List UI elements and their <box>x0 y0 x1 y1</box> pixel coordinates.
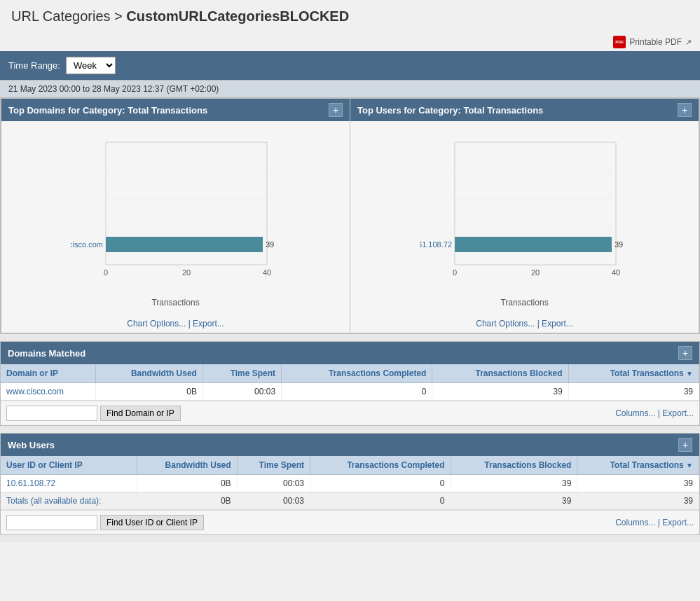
domain-link[interactable]: www.cisco.com <box>6 387 64 396</box>
web-users-row-user: 10.61.108.72 <box>1 475 137 492</box>
external-link-icon: ↗ <box>685 38 692 47</box>
web-users-col-tx-completed-link[interactable]: Transactions Completed <box>347 460 444 470</box>
domains-col-tx-total-link[interactable]: Total Transactions ▼ <box>610 368 693 378</box>
time-range-label: Time Range: <box>8 60 60 71</box>
date-range-text: 21 May 2023 00:00 to 28 May 2023 12:37 (… <box>8 84 219 94</box>
top-domains-add-button[interactable]: + <box>329 103 343 117</box>
domains-row-tx-blocked: 39 <box>432 383 568 401</box>
printable-pdf-link[interactable]: Printable PDF ↗ <box>613 36 692 48</box>
domains-columns-link[interactable]: Columns... <box>615 408 655 418</box>
web-users-row-tx-blocked: 39 <box>451 475 577 492</box>
top-domains-svg: www.cisco.com 39 0 20 40 <box>71 128 281 296</box>
top-users-export-link[interactable]: Export... <box>542 319 573 329</box>
charts-container: Top Domains for Category: Total Transact… <box>0 97 700 334</box>
web-users-table-actions: Columns... | Export... <box>615 518 694 527</box>
top-domains-svg-container: www.cisco.com 39 0 20 40 <box>8 128 343 296</box>
title-prefix: URL Categories > <box>11 8 126 24</box>
top-domains-chart-options-link[interactable]: Chart Options... <box>127 319 186 329</box>
top-domains-bar-value: 39 <box>266 240 274 249</box>
top-domains-bar <box>106 237 263 252</box>
web-users-col-bandwidth[interactable]: Bandwidth Used <box>137 456 237 475</box>
top-users-chart-panel: Top Users for Category: Total Transactio… <box>350 98 699 333</box>
web-users-col-user[interactable]: User ID or Client IP <box>1 456 137 475</box>
domains-col-tx-blocked[interactable]: Transactions Blocked <box>432 364 568 383</box>
domains-matched-add-button[interactable]: + <box>678 346 692 360</box>
domains-matched-section: Domains Matched + Domain or IP Bandwidth… <box>0 341 700 426</box>
web-users-col-time[interactable]: Time Spent <box>237 456 310 475</box>
date-range-bar: 21 May 2023 00:00 to 28 May 2023 12:37 (… <box>0 80 700 97</box>
top-domains-x-40: 40 <box>262 268 270 277</box>
domains-matched-table: Domain or IP Bandwidth Used Time Spent T… <box>1 364 699 401</box>
top-users-chart-options-link[interactable]: Chart Options... <box>476 319 535 329</box>
domains-col-domain[interactable]: Domain or IP <box>1 364 96 383</box>
web-users-col-time-link[interactable]: Time Spent <box>259 460 304 470</box>
domains-row-tx-completed: 0 <box>282 383 432 401</box>
domains-col-tx-completed-link[interactable]: Transactions Completed <box>329 368 426 378</box>
time-range-select[interactable]: Week Hour Day Month Year <box>66 57 116 74</box>
web-users-export-link[interactable]: Export... <box>662 518 694 527</box>
domains-table-actions: Columns... | Export... <box>615 408 694 418</box>
page-title: URL Categories > CustomURLCategoriesBLOC… <box>0 0 700 33</box>
domains-find-button[interactable]: Find Domain or IP <box>100 406 181 421</box>
web-users-header-row: User ID or Client IP Bandwidth Used Time… <box>1 456 699 475</box>
domains-row-bandwidth: 0B <box>96 383 203 401</box>
web-users-columns-link[interactable]: Columns... <box>615 518 655 527</box>
domains-col-bandwidth[interactable]: Bandwidth Used <box>96 364 203 383</box>
top-users-chart-header: Top Users for Category: Total Transactio… <box>350 99 699 121</box>
user-link[interactable]: 10.61.108.72 <box>6 478 55 488</box>
domains-matched-header: Domains Matched + <box>1 342 699 364</box>
web-users-find-button[interactable]: Find User ID or Client IP <box>100 515 204 530</box>
web-users-col-user-link[interactable]: User ID or Client IP <box>6 460 83 470</box>
web-users-table-row: 10.61.108.72 0B 00:03 0 39 39 <box>1 475 699 492</box>
web-users-add-button[interactable]: + <box>678 438 692 452</box>
domains-col-tx-total[interactable]: Total Transactions ▼ <box>568 364 699 383</box>
top-users-svg: 10.61.108.72 39 0 20 40 <box>420 128 630 296</box>
domains-col-time[interactable]: Time Spent <box>203 364 281 383</box>
web-users-find-form: Find User ID or Client IP <box>6 515 204 530</box>
top-users-x-0: 0 <box>452 268 456 277</box>
top-users-add-button[interactable]: + <box>678 103 692 117</box>
domains-table-footer: Find Domain or IP Columns... | Export... <box>1 401 699 425</box>
domains-find-form: Find Domain or IP <box>6 406 181 421</box>
web-users-col-tx-blocked[interactable]: Transactions Blocked <box>451 456 577 475</box>
sort-arrow-icon: ▼ <box>686 370 693 378</box>
web-users-col-tx-completed[interactable]: Transactions Completed <box>310 456 451 475</box>
web-users-totals-time: 00:03 <box>237 492 310 510</box>
domains-matched-title: Domains Matched <box>8 348 85 359</box>
web-users-col-tx-blocked-link[interactable]: Transactions Blocked <box>484 460 571 470</box>
domains-export-link[interactable]: Export... <box>662 408 694 418</box>
top-users-x-label: Transactions <box>500 298 548 308</box>
controls-bar: Time Range: Week Hour Day Month Year <box>0 51 700 80</box>
web-users-row-time: 00:03 <box>237 475 310 492</box>
top-domains-chart-body: www.cisco.com 39 0 20 40 Transactions <box>1 121 350 315</box>
top-users-bar-label: 10.61.108.72 <box>420 240 452 249</box>
top-domains-x-label: Transactions <box>151 298 199 308</box>
web-users-row-tx-completed: 0 <box>310 475 451 492</box>
web-users-totals-tx-blocked: 39 <box>451 492 577 510</box>
top-users-bar <box>455 237 612 252</box>
web-users-table-footer: Find User ID or Client IP Columns... | E… <box>1 510 699 534</box>
web-users-totals-bandwidth: 0B <box>137 492 237 510</box>
domains-row-domain: www.cisco.com <box>1 383 96 401</box>
top-domains-export-link[interactable]: Export... <box>193 319 224 329</box>
top-domains-chart-panel: Top Domains for Category: Total Transact… <box>1 98 350 333</box>
pdf-icon <box>613 36 626 48</box>
domains-col-tx-completed[interactable]: Transactions Completed <box>282 364 432 383</box>
top-users-chart-body: 10.61.108.72 39 0 20 40 Transactions <box>350 121 699 315</box>
web-users-col-bandwidth-link[interactable]: Bandwidth Used <box>165 460 231 470</box>
domains-col-bandwidth-link[interactable]: Bandwidth Used <box>131 368 197 378</box>
web-users-col-tx-total[interactable]: Total Transactions ▼ <box>577 456 699 475</box>
domains-find-input[interactable] <box>6 406 97 421</box>
web-users-find-input[interactable] <box>6 515 97 530</box>
domains-col-domain-link[interactable]: Domain or IP <box>6 368 58 378</box>
domains-col-tx-blocked-link[interactable]: Transactions Blocked <box>476 368 563 378</box>
web-users-sort-arrow-icon: ▼ <box>686 462 693 469</box>
web-users-col-tx-total-link[interactable]: Total Transactions ▼ <box>610 460 693 470</box>
top-users-x-20: 20 <box>530 268 539 277</box>
domains-table-header-row: Domain or IP Bandwidth Used Time Spent T… <box>1 364 699 383</box>
top-users-chart-footer: Chart Options... | Export... <box>350 315 699 333</box>
top-domains-x-0: 0 <box>103 268 107 277</box>
domains-row-time: 00:03 <box>203 383 281 401</box>
domains-col-time-link[interactable]: Time Spent <box>231 368 275 378</box>
domains-table-row: www.cisco.com 0B 00:03 0 39 39 <box>1 383 699 401</box>
